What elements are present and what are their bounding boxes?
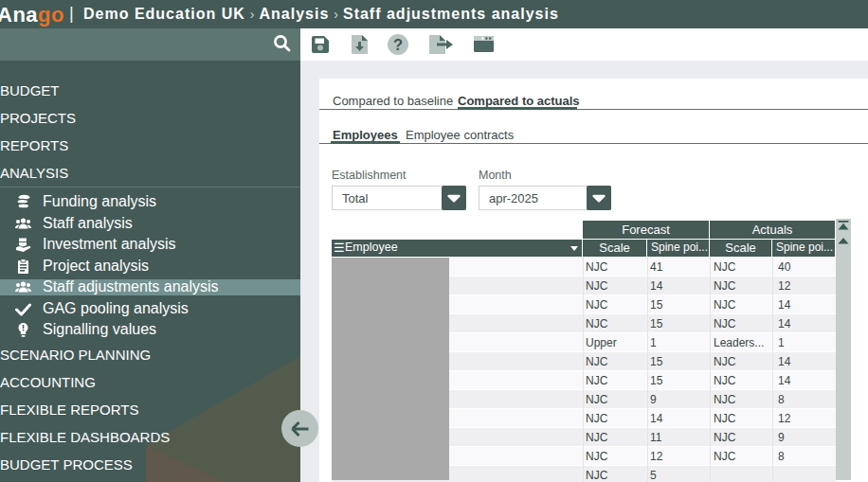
svg-text:?: ?: [393, 36, 403, 53]
